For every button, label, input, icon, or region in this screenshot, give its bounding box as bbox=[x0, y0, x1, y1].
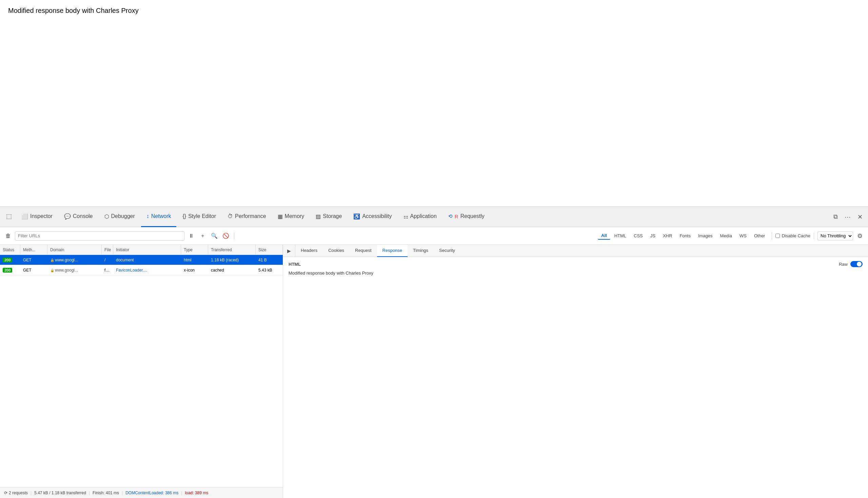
transferred-info: 5.47 kB / 1.18 kB transferred bbox=[34, 490, 86, 495]
row-method: GET bbox=[20, 268, 48, 273]
tab-application-label: Application bbox=[410, 213, 437, 219]
header-initiator[interactable]: Initiator bbox=[113, 245, 181, 254]
header-domain[interactable]: Domain bbox=[48, 245, 102, 254]
filter-css[interactable]: CSS bbox=[630, 232, 646, 239]
response-body-toolbar: HTML Raw bbox=[289, 261, 863, 267]
requestly-icon-1: ⟲ bbox=[448, 213, 453, 219]
performance-icon: ⏱ bbox=[227, 213, 233, 219]
filter-images[interactable]: Images bbox=[695, 232, 716, 239]
throttling-select[interactable]: No Throttling Online (4G) Fast 3G Slow 3… bbox=[817, 232, 853, 240]
tab-performance-label: Performance bbox=[235, 213, 266, 219]
lock-icon: 🔒 bbox=[50, 268, 54, 272]
tab-memory[interactable]: ▦ Memory bbox=[272, 207, 310, 227]
headers-tab-label: Headers bbox=[301, 248, 317, 253]
request-table-header: Status Meth... Domain File Initiator Typ… bbox=[0, 245, 283, 255]
status-sep-1: | bbox=[30, 490, 31, 495]
disable-cache-label[interactable]: Disable Cache bbox=[775, 233, 810, 238]
tab-memory-label: Memory bbox=[285, 213, 304, 219]
tab-inspector[interactable]: ⬜ Inspector bbox=[16, 207, 58, 227]
filter-fonts[interactable]: Fonts bbox=[676, 232, 694, 239]
filter-all[interactable]: All bbox=[598, 232, 610, 240]
status-bar: ⟳ 2 requests | 5.47 kB / 1.18 kB transfe… bbox=[0, 487, 283, 498]
network-toolbar: 🗑 ⏸ + 🔍 🚫 All HTML CSS JS XHR Fonts Imag… bbox=[0, 227, 868, 245]
row-file: / bbox=[102, 258, 113, 262]
row-domain: 🔒www.googl... bbox=[48, 258, 102, 262]
header-type[interactable]: Type bbox=[181, 245, 208, 254]
tab-storage[interactable]: ▨ Storage bbox=[310, 207, 347, 227]
security-tab-label: Security bbox=[439, 248, 455, 253]
filter-media[interactable]: Media bbox=[717, 232, 735, 239]
response-tab-cookies[interactable]: Cookies bbox=[323, 245, 350, 257]
inspector-icon: ⬜ bbox=[21, 213, 28, 220]
timings-tab-label: Timings bbox=[413, 248, 428, 253]
devtools-toolbar: ⬚ ⬜ Inspector 💬 Console ⬡ Debugger ↕ Net… bbox=[0, 207, 868, 227]
tab-debugger-label: Debugger bbox=[111, 213, 135, 219]
response-content: Modified response body with Charles Prox… bbox=[289, 271, 863, 276]
main-page: Modified response body with Charles Prox… bbox=[0, 0, 868, 498]
tab-application[interactable]: ⚏ Application bbox=[398, 207, 442, 227]
raw-label: Raw bbox=[839, 262, 848, 267]
filter-toggle-button[interactable]: + bbox=[198, 231, 208, 241]
search-button[interactable]: 🔍 bbox=[210, 231, 219, 241]
response-tab-request[interactable]: Request bbox=[350, 245, 377, 257]
request-tab-label: Request bbox=[355, 248, 371, 253]
response-text: Modified response body with Charles Prox… bbox=[289, 271, 373, 276]
pause-recording-button[interactable]: ⏸ bbox=[186, 231, 196, 241]
tab-performance[interactable]: ⏱ Performance bbox=[222, 207, 272, 227]
raw-toggle: Raw bbox=[839, 261, 863, 267]
raw-toggle-switch[interactable] bbox=[850, 261, 863, 267]
filter-other[interactable]: Other bbox=[751, 232, 769, 239]
status-badge: 200 bbox=[3, 258, 12, 262]
row-size: 5.43 kB bbox=[256, 268, 283, 273]
filter-url-input[interactable] bbox=[15, 231, 184, 241]
tab-console[interactable]: 💬 Console bbox=[59, 207, 98, 227]
storage-icon: ▨ bbox=[316, 213, 321, 220]
header-size[interactable]: Size bbox=[256, 245, 283, 254]
response-tab-label: Response bbox=[382, 248, 403, 253]
row-domain: 🔒www.googl... bbox=[48, 268, 102, 273]
response-tab-response[interactable]: Response bbox=[377, 245, 408, 257]
network-icon: ↕ bbox=[146, 213, 149, 219]
row-transferred: cached bbox=[208, 268, 256, 273]
filter-js[interactable]: JS bbox=[647, 232, 659, 239]
filter-ws[interactable]: WS bbox=[736, 232, 750, 239]
table-row[interactable]: 200 GET 🔒www.googl... favicon.ico Favico… bbox=[0, 265, 283, 275]
clear-log-button[interactable]: 🗑 bbox=[3, 231, 13, 241]
filter-type-bar: All HTML CSS JS XHR Fonts Images Media W… bbox=[598, 232, 768, 240]
tab-debugger[interactable]: ⬡ Debugger bbox=[99, 207, 140, 227]
tab-network[interactable]: ↕ Network bbox=[141, 207, 177, 227]
header-transferred[interactable]: Transferred bbox=[208, 245, 256, 254]
row-status: 200 bbox=[0, 258, 20, 262]
memory-icon: ▦ bbox=[278, 213, 283, 220]
status-sep-2: | bbox=[89, 490, 90, 495]
dock-toggle-button[interactable]: ⧉ bbox=[830, 211, 841, 222]
page-heading: Modified response body with Charles Prox… bbox=[8, 7, 139, 14]
initiator-link[interactable]: FaviconLoader.... bbox=[116, 268, 147, 273]
block-request-button[interactable]: 🚫 bbox=[221, 231, 231, 241]
response-panel-icon[interactable]: ▶ bbox=[283, 245, 295, 257]
row-initiator: FaviconLoader.... bbox=[113, 268, 181, 273]
console-icon: 💬 bbox=[64, 213, 71, 220]
response-body: HTML Raw Modified response body with Cha… bbox=[283, 257, 868, 498]
table-row[interactable]: 200 GET 🔒www.googl... / document html 1.… bbox=[0, 255, 283, 265]
response-tab-headers[interactable]: Headers bbox=[295, 245, 323, 257]
network-settings-button[interactable]: ⚙ bbox=[855, 231, 865, 241]
response-tab-timings[interactable]: Timings bbox=[408, 245, 434, 257]
header-method[interactable]: Meth... bbox=[20, 245, 48, 254]
filter-html[interactable]: HTML bbox=[611, 232, 630, 239]
row-size: 41 B bbox=[256, 258, 283, 262]
devtools-cursor-icon[interactable]: ⬚ bbox=[3, 207, 15, 227]
response-tab-security[interactable]: Security bbox=[434, 245, 460, 257]
filter-xhr[interactable]: XHR bbox=[659, 232, 675, 239]
tab-requestly-label: Requestly bbox=[460, 213, 485, 219]
disable-cache-checkbox[interactable] bbox=[775, 234, 780, 238]
header-file[interactable]: File bbox=[102, 245, 113, 254]
tab-requestly[interactable]: ⟲ R Requestly bbox=[443, 207, 490, 227]
toggle-slider bbox=[850, 261, 863, 267]
tab-accessibility[interactable]: ♿ Accessibility bbox=[348, 207, 397, 227]
header-status[interactable]: Status bbox=[0, 245, 20, 254]
devtools-right-controls: ⧉ ⋯ ✕ bbox=[830, 211, 865, 222]
close-devtools-button[interactable]: ✕ bbox=[854, 211, 865, 222]
more-options-button[interactable]: ⋯ bbox=[842, 211, 853, 222]
tab-style-editor[interactable]: {} Style Editor bbox=[177, 207, 221, 227]
